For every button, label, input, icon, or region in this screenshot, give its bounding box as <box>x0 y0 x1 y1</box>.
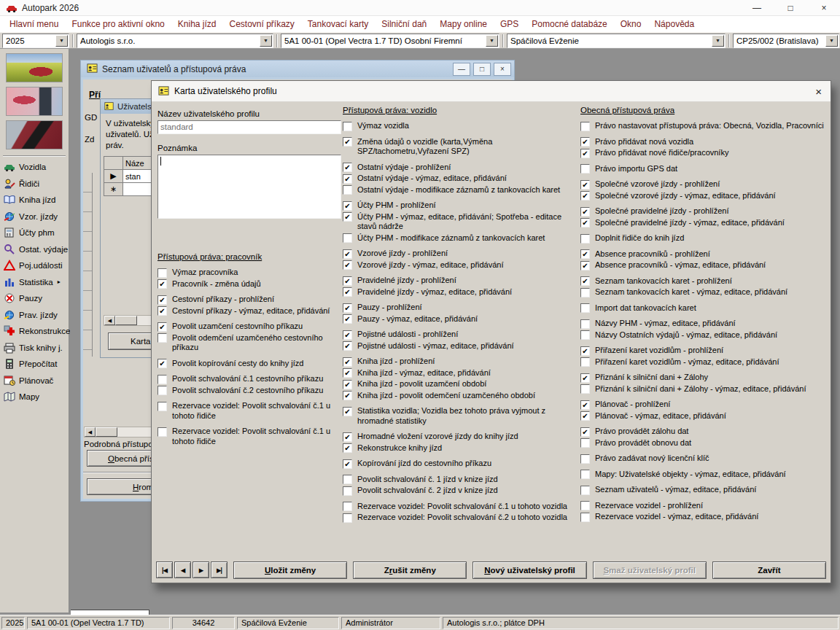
checkbox-box[interactable]: ✔ <box>580 180 590 190</box>
note-input[interactable] <box>158 155 341 219</box>
checkbox-box[interactable] <box>158 386 167 395</box>
checkbox-pravo-pridavat-nova-vozidla[interactable]: ✔Právo přidávat nová vozidla <box>580 137 828 147</box>
checkbox-absence-pracovniku-vymaz-editace-pridavani[interactable]: ✔Absence pracovníků - výmaz, editace, př… <box>580 260 828 271</box>
checkbox-planovac-vymaz-editace-pridavani[interactable]: ✔Plánovač - výmaz, editace, přidávání <box>580 411 828 421</box>
chevron-down-icon[interactable]: ▼ <box>260 35 272 47</box>
checkbox-box[interactable] <box>158 402 167 411</box>
checkbox-box[interactable] <box>343 475 352 484</box>
checkbox-box[interactable]: ✔ <box>343 380 352 389</box>
checkbox-box[interactable] <box>158 268 167 278</box>
trip-order-combo[interactable]: CP25/002 (Bratislava)▼ <box>733 34 839 48</box>
minimize-button[interactable]: — <box>751 3 763 13</box>
checkbox-vzorove-jizdy-vymaz-editace-pridavani[interactable]: ✔Vzorové jízdy - výmaz, editace, přidává… <box>343 260 579 271</box>
checkbox-kniha-jizd-vymaz-editace-pridavani[interactable]: ✔Kniha jízd - výmaz, editace, přidávání <box>343 368 579 378</box>
checkbox-box[interactable]: ✔ <box>158 279 167 289</box>
menu-item-pomocne-databaze[interactable]: Pomocné databáze <box>525 16 613 32</box>
chevron-down-icon[interactable]: ▼ <box>712 35 724 47</box>
checkbox-box[interactable] <box>343 233 352 243</box>
checkbox-box[interactable] <box>580 470 590 479</box>
checkbox-priznani-k-silnicni-dani-zalohy[interactable]: ✔Přiznání k silniční dani + Zálohy <box>580 373 828 383</box>
checkbox-box[interactable] <box>580 501 590 510</box>
checkbox-priznani-k-silnicni-dani-zalohy-vymaz-editace-pr[interactable]: Přiznání k silniční dani + Zálohy - výma… <box>580 384 828 394</box>
checkbox-box[interactable]: ✔ <box>158 359 167 368</box>
checkbox-ucty-phm-modifikace-zaznamu-z-tankovacich-karet[interactable]: Účty PHM - modifikace záznamů z tankovac… <box>343 233 579 244</box>
checkbox-spolecne-pravidelne-jizdy-prohlizeni[interactable]: ✔Společné pravidelné jízdy - prohlížení <box>580 206 828 217</box>
menu-item-hlavni-menu[interactable]: Hlavní menu <box>3 16 65 32</box>
smaz-uzivatelsky-profil-button[interactable]: Smaž uživatelský profil <box>593 561 707 579</box>
checkbox-ostatni-vydaje-modifikace-zaznamu-z-tankovacich-[interactable]: Ostatní výdaje - modifikace záznamů z ta… <box>343 185 579 195</box>
sidebar-item-planovac[interactable]: Plánovač <box>0 375 69 386</box>
close-button[interactable]: × <box>818 3 830 13</box>
menu-item-silnicni-dan[interactable]: Silniční daň <box>375 16 433 32</box>
checkbox-pojistne-udalosti-vymaz-editace-pridavani[interactable]: ✔Pojistné události - výmaz, editace, při… <box>343 341 579 351</box>
checkbox-box[interactable]: ✔ <box>343 137 352 147</box>
checkbox-box[interactable]: ✔ <box>580 411 590 421</box>
year-combo[interactable]: 2025▼ <box>2 34 69 48</box>
zrusit-zmeny-button[interactable]: Zrušit změny <box>353 561 467 579</box>
checkbox-cestovni-prikazy-vymaz-editace-pridavani[interactable]: ✔Cestovní příkazy - výmaz, editace, přid… <box>158 306 341 316</box>
checkbox-box[interactable] <box>580 454 590 464</box>
menu-item-tankovaci-karty[interactable]: Tankovací karty <box>301 16 375 32</box>
checkbox-box[interactable]: ✔ <box>580 346 590 356</box>
checkbox-kniha-jizd-povolit-odemceni-uzamceneho-obdobi[interactable]: ✔Kniha jízd - povolit odemčení uzamčenéh… <box>343 391 579 401</box>
minimize-button[interactable]: — <box>453 63 470 76</box>
checkbox-kopirovani-jizd-do-cestovniho-prikazu[interactable]: ✔Kopírování jízd do cestovního příkazu <box>343 459 579 469</box>
checkbox-box[interactable]: ✔ <box>343 249 352 259</box>
checkbox-box[interactable]: ✔ <box>343 330 352 340</box>
checkbox-box[interactable]: ✔ <box>343 212 352 222</box>
dialog-titlebar[interactable]: Karta uživatelského profilu × <box>152 81 831 102</box>
checkbox-box[interactable]: ✔ <box>343 432 352 442</box>
checkbox-pracovnik-zmena-udaju[interactable]: ✔Pracovník - změna údajů <box>158 279 341 289</box>
zavrit-button[interactable]: Zavřít <box>712 561 826 579</box>
checkbox-box[interactable] <box>580 513 590 522</box>
checkbox-rezervace-vozidel-povolit-schvalovani-c-2-u-toho[interactable]: Rezervace vozidel: Povolit schvalování č… <box>343 513 579 523</box>
checkbox-box[interactable]: ✔ <box>343 341 352 351</box>
checkbox-box[interactable] <box>580 303 590 313</box>
checkbox-box[interactable]: ✔ <box>580 400 590 410</box>
checkbox-box[interactable] <box>343 486 352 496</box>
checkbox-povolit-schvalovani-c-1-cestovniho-prikazu[interactable]: Povolit schvalování č.1 cestovního příka… <box>158 374 341 384</box>
checkbox-import-dat-tankovacich-karet[interactable]: Import dat tankovacích karet <box>580 303 828 314</box>
menu-item-cestovni-prikazy[interactable]: Cestovní příkazy <box>222 16 300 32</box>
checkbox-box[interactable]: ✔ <box>343 314 352 324</box>
checkbox-box[interactable]: ✔ <box>343 303 352 313</box>
sidebar-item-vzor-jizdy[interactable]: Vzor. jízdy <box>0 211 69 222</box>
checkbox-seznam-uzivatelu-vymaz-editace-pridavani[interactable]: Seznam uživatelů - výmaz, editace, přidá… <box>580 485 828 495</box>
checkbox-box[interactable]: ✔ <box>343 163 352 172</box>
checkbox-povolit-schvalovani-c-1-jizd-v-knize-jizd[interactable]: Povolit schvalování č. 1 jízd v knize jí… <box>343 475 579 485</box>
checkbox-box[interactable]: ✔ <box>580 137 590 147</box>
checkbox-planovac-prohlizeni[interactable]: ✔Plánovač - prohlížení <box>580 400 828 410</box>
sidebar-item-ostat-vydaje[interactable]: Ostat. výdaje <box>0 244 69 255</box>
checkbox-box[interactable]: ✔ <box>343 391 352 400</box>
checkbox-pojistne-udalosti-prohlizeni[interactable]: ✔Pojistné události - prohlížení <box>343 330 579 340</box>
checkbox-prirazeni-karet-vozidlum-vymaz-editace-pridavani[interactable]: Přiřazení karet vozidlům - výmaz, editac… <box>580 357 828 368</box>
sidebar-item-ridici[interactable]: Řidiči <box>0 178 69 190</box>
checkbox-box[interactable]: ✔ <box>580 218 590 228</box>
checkbox-nazvy-ostatnich-vydaju-vymaz-editace-pridavani[interactable]: Názvy Ostatních výdajů - výmaz, editace,… <box>580 330 828 341</box>
checkbox-box[interactable]: ✔ <box>580 427 590 437</box>
checkbox-pravidelne-jizdy-vymaz-editace-pridavani[interactable]: ✔Pravidelné jízdy - výmaz, editace, přid… <box>343 287 579 298</box>
checkbox-statistika-vozidla-vozidla-bez-tohoto-prava-vyjm[interactable]: ✔Statistika vozidla; Vozidla bez tohoto … <box>343 406 579 426</box>
checkbox-box[interactable] <box>158 333 167 343</box>
checkbox-ostatni-vydaje-vymaz-editace-pridavani[interactable]: ✔Ostatní výdaje - výmaz, editace, přidáv… <box>343 174 579 184</box>
sidebar-item-mapy[interactable]: Mapy <box>0 391 69 402</box>
checkbox-box[interactable]: ✔ <box>343 357 352 367</box>
checkbox-kniha-jizd-prohlizeni[interactable]: ✔Kniha jízd - prohlížení <box>343 357 579 367</box>
checkbox-box[interactable] <box>580 438 590 448</box>
company-combo[interactable]: Autologis s.r.o.▼ <box>77 34 273 48</box>
checkbox-spolecne-vzorove-jizdy-vymaz-editace-pridavani[interactable]: ✔Společné vzorové jízdy - výmaz, editace… <box>580 191 828 201</box>
sidebar-item-pauzy[interactable]: Pauzy <box>0 292 69 304</box>
checkbox-rezervace-vozidel-povolit-schvalovani-c-1-u-toho[interactable]: Rezervace vozidel: Povolit schvalování č… <box>158 427 341 446</box>
checkbox-povolit-schvalovani-c-2-jizd-v-knize-jizd[interactable]: Povolit schvalování č. 2 jízd v knize jí… <box>343 486 579 496</box>
checkbox-box[interactable] <box>580 357 590 367</box>
sidebar-item-ucty-phm[interactable]: Účty phm <box>0 227 69 238</box>
ulozit-zmeny-button[interactable]: Uložit změny <box>233 561 347 579</box>
novy-uzivatelsky-profil-button[interactable]: Nový uživatelský profil <box>472 561 586 579</box>
checkbox-pravo-provadet-obnovu-dat[interactable]: Právo provádět obnovu dat <box>580 438 828 448</box>
sidebar-item-prepocitat[interactable]: Přepočítat <box>0 358 69 370</box>
checkbox-pravidelne-jizdy-prohlizeni[interactable]: ✔Pravidelné jízdy - prohlížení <box>343 276 579 286</box>
checkbox-box[interactable] <box>580 319 590 329</box>
driver-combo[interactable]: Spáčilová Evženie▼ <box>507 34 726 48</box>
checkbox-pravo-provadet-zalohu-dat[interactable]: ✔Právo provádět zálohu dat <box>580 427 828 437</box>
checkbox-vymaz-vozidla[interactable]: Výmaz vozidla <box>343 121 579 131</box>
